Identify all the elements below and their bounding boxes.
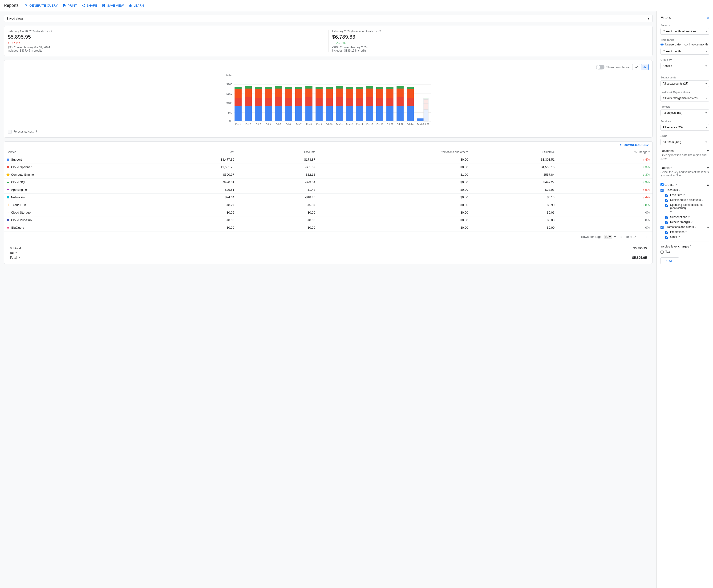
promotions-others-collapse-icon[interactable]: ∧ — [707, 225, 709, 229]
line-chart-btn[interactable] — [632, 64, 640, 70]
reseller-margin-checkbox[interactable] — [665, 221, 668, 224]
discounts-help-icon[interactable]: ? — [679, 188, 680, 192]
locations-header[interactable]: Locations ∨ — [660, 149, 709, 153]
usage-date-radio[interactable] — [660, 43, 664, 46]
dropdown-icon: ▼ — [613, 235, 616, 238]
saved-views-select[interactable]: Saved views ▼ — [4, 15, 653, 22]
group-by-select[interactable]: Service — [660, 63, 709, 69]
other-checkbox[interactable] — [665, 236, 668, 239]
svg-rect-64 — [336, 88, 343, 97]
promotions-others-help-icon[interactable]: ? — [695, 225, 696, 229]
svg-rect-14 — [234, 89, 242, 98]
services-select[interactable]: All services (45) — [660, 124, 709, 131]
subscriptions-help-icon[interactable]: ? — [688, 215, 690, 219]
share-btn[interactable]: SHARE — [82, 4, 97, 7]
presets-select[interactable]: Current month, all services — [660, 28, 709, 35]
credits-collapse-icon[interactable]: ∧ — [707, 183, 709, 187]
filter-divider-2 — [660, 163, 709, 163]
rows-per-page-select[interactable]: 10 25 50 — [604, 235, 612, 239]
cell-cost: $0.06 — [151, 209, 237, 216]
subscriptions-checkbox[interactable] — [665, 216, 668, 219]
svg-rect-27 — [265, 106, 272, 121]
forecast-cost-help-icon[interactable]: ? — [379, 30, 381, 33]
labels-help-icon[interactable]: ? — [670, 166, 672, 170]
svg-rect-45 — [295, 87, 302, 89]
save-view-btn[interactable]: SAVE VIEW — [102, 4, 124, 7]
time-range-section: Time range Usage date Invoice month Curr… — [660, 38, 709, 55]
promotions-others-checkbox[interactable] — [660, 226, 664, 229]
saved-views-row: Saved views ▼ — [4, 15, 653, 22]
spending-based-checkbox[interactable] — [665, 204, 668, 207]
change-down-icon: ↓ — [332, 41, 334, 45]
svg-rect-85 — [376, 87, 383, 89]
sustained-use-help-icon[interactable]: ? — [702, 198, 703, 202]
discounts-checkbox[interactable] — [660, 189, 664, 192]
svg-rect-105 — [424, 104, 428, 109]
credits-help-icon[interactable]: ? — [675, 183, 677, 187]
forecast-cost-amount: $6,789.83 — [332, 34, 649, 40]
projects-select[interactable]: All projects (53) — [660, 109, 709, 116]
svg-rect-33 — [275, 97, 282, 106]
collapse-sidebar-icon[interactable]: » — [707, 15, 709, 20]
free-tiers-help-icon[interactable]: ? — [683, 193, 685, 197]
presets-select-wrap: Current month, all services — [660, 28, 709, 35]
invoice-month-option[interactable]: Invoice month — [685, 43, 708, 46]
cell-change: ↓ 3% — [557, 178, 652, 186]
generate-query-btn[interactable]: GENERATE QUERY — [24, 4, 58, 7]
labels-collapse-icon: ∨ — [707, 166, 709, 170]
promotions-others-item: Promotions and others ? ∧ — [660, 225, 709, 229]
free-tiers-checkbox[interactable] — [665, 194, 668, 197]
svg-text:Feb 7: Feb 7 — [296, 123, 301, 125]
subaccounts-select[interactable]: All subaccounts (27) — [660, 80, 709, 87]
cell-promotions: $0.00 — [318, 163, 471, 171]
promotions-checkbox[interactable] — [665, 231, 668, 234]
actual-cost-help-icon[interactable]: ? — [50, 30, 52, 33]
print-btn[interactable]: PRINT — [62, 4, 77, 7]
svg-text:Feb 14: Feb 14 — [356, 123, 363, 125]
promotions-help-icon[interactable]: ? — [686, 230, 687, 234]
discounts-label: Discounts ? — [666, 188, 680, 192]
presets-section: Presets Current month, all services — [660, 24, 709, 35]
cell-subtotal: $6.18 — [471, 193, 557, 201]
download-csv-btn[interactable]: DOWNLOAD CSV — [619, 143, 649, 147]
tax-filter-checkbox[interactable] — [660, 251, 664, 254]
promotions-item: Promotions ? — [665, 230, 709, 234]
skus-label: SKUs — [660, 134, 709, 137]
change-help-icon[interactable]: ? — [648, 150, 650, 154]
other-help-icon[interactable]: ? — [678, 235, 680, 238]
learn-btn[interactable]: LEARN — [129, 4, 144, 7]
svg-text:$0: $0 — [229, 120, 232, 123]
tax-help-icon[interactable]: ? — [15, 251, 17, 255]
cumulative-toggle[interactable] — [596, 65, 605, 69]
prev-page-btn[interactable]: ‹ — [640, 233, 644, 240]
bar-chart-btn[interactable] — [641, 64, 649, 70]
svg-rect-82 — [376, 106, 383, 121]
sustained-use-checkbox[interactable] — [665, 199, 668, 202]
invoice-charges-help-icon[interactable]: ? — [690, 245, 692, 248]
current-month-select[interactable]: Current month — [660, 48, 709, 55]
total-help-icon[interactable]: ? — [18, 256, 20, 259]
svg-text:Feb 20: Feb 20 — [386, 123, 393, 125]
other-label: Other ? — [670, 235, 680, 238]
reset-btn[interactable]: RESET — [660, 257, 679, 264]
svg-rect-68 — [346, 98, 353, 106]
next-page-btn[interactable]: › — [645, 233, 649, 240]
folders-select[interactable]: All folders/organizations (28) — [660, 95, 709, 102]
cell-promotions: $0.00 — [318, 216, 471, 224]
skus-select[interactable]: All SKUs (402) — [660, 139, 709, 145]
chart-controls: Show cumulative — [8, 64, 649, 70]
svg-text:Feb 5: Feb 5 — [276, 123, 281, 125]
cell-service: ✛Cloud Run — [4, 201, 151, 209]
totals-table: Subtotal $5,895.95 Tax ? — Total ? $5,89… — [8, 246, 649, 260]
forecast-help-icon[interactable]: ? — [35, 130, 37, 133]
cell-service: Cloud Spanner — [4, 163, 151, 171]
svg-text:Feb 8: Feb 8 — [306, 123, 312, 125]
invoice-month-radio[interactable] — [685, 43, 688, 46]
forecast-credits: includes -$389.19 in credits — [332, 49, 649, 52]
reseller-margin-help-icon[interactable]: ? — [691, 220, 693, 224]
credits-checkbox[interactable] — [660, 183, 664, 186]
usage-date-option[interactable]: Usage date — [660, 43, 681, 46]
labels-header[interactable]: Labels ? ∨ — [660, 166, 709, 170]
bar-chart-icon — [643, 65, 647, 69]
spending-based-help-icon[interactable]: ? — [670, 211, 672, 214]
